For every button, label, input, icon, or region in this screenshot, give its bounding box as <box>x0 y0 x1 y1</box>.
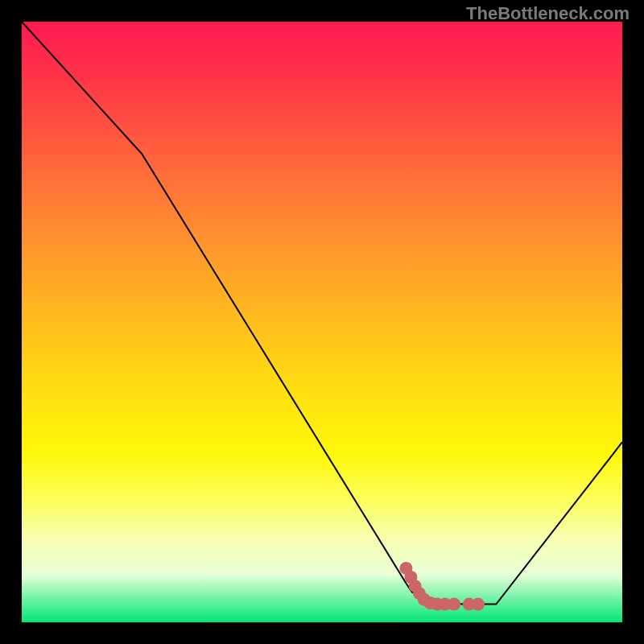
bottleneck-curve <box>22 22 622 605</box>
curve-svg <box>22 22 622 622</box>
watermark-text: TheBottleneck.com <box>466 3 630 24</box>
chart-container: TheBottleneck.com <box>0 0 644 644</box>
marker-cluster <box>399 562 485 611</box>
marker-dot <box>472 598 485 611</box>
marker-dot <box>448 598 460 611</box>
plot-area <box>22 22 622 622</box>
